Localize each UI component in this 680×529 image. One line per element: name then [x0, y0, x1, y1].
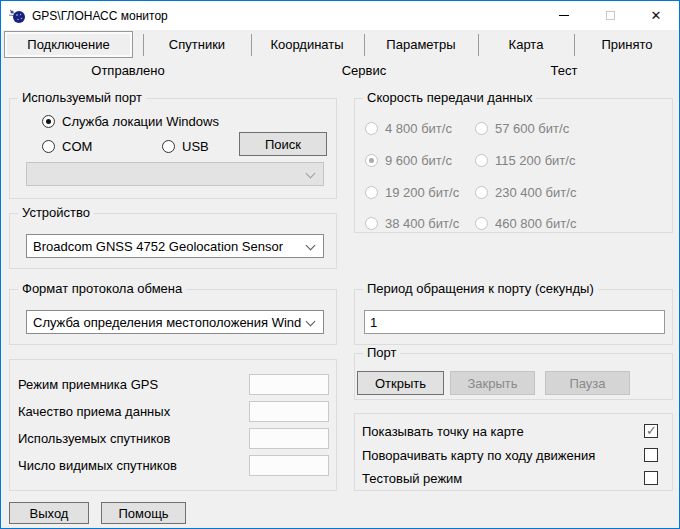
device-group: Устройство Broadcom GNSS 4752 Geolocatio…: [9, 213, 337, 269]
exit-button[interactable]: Выход: [9, 502, 89, 524]
tab-map[interactable]: Карта: [509, 37, 544, 52]
show-point-label: Показывать точку на карте: [362, 424, 644, 439]
poll-period-group-title: Период обращения к порту (секунды): [363, 281, 598, 296]
radio-baud-57600-label: 57 600 бит/с: [495, 121, 569, 136]
radio-icon: [475, 154, 488, 167]
radio-baud-38400: 38 400 бит/с: [365, 216, 459, 231]
radio-usb[interactable]: USB: [162, 139, 209, 154]
poll-period-group: Период обращения к порту (секунды): [354, 289, 673, 345]
satellite-icon: [8, 7, 26, 25]
maximize-button: [587, 1, 633, 29]
radio-icon: [42, 140, 55, 153]
maximize-icon: [606, 11, 615, 20]
device-group-title: Устройство: [18, 205, 94, 220]
radio-baud-230400: 230 400 бит/с: [475, 185, 576, 200]
used-port-group: Используемый порт Служба локации Windows…: [9, 98, 337, 199]
radio-baud-115200: 115 200 бит/с: [475, 153, 575, 168]
radio-baud-19200: 19 200 бит/с: [365, 185, 459, 200]
test-mode-label: Тестовый режим: [362, 471, 644, 486]
tab-connection-label: Подключение: [27, 37, 109, 52]
radio-baud-115200-label: 115 200 бит/с: [495, 153, 575, 168]
test-mode-checkbox[interactable]: [644, 471, 658, 485]
radio-baud-230400-label: 230 400 бит/с: [495, 185, 576, 200]
tab-parameters[interactable]: Параметры: [386, 37, 455, 52]
satellites-used-field: [249, 428, 329, 449]
tab-connection[interactable]: Подключение: [4, 31, 133, 58]
radio-icon: [365, 217, 378, 230]
tab-satellites[interactable]: Спутники: [169, 37, 225, 52]
radio-icon: [475, 186, 488, 199]
data-quality-field: [249, 401, 329, 422]
rotate-map-row: Поворачивать карту по ходу движения: [362, 447, 658, 463]
help-button-label: Помощь: [118, 506, 168, 521]
poll-period-input[interactable]: [364, 310, 665, 334]
tab-test[interactable]: Тест: [551, 63, 578, 78]
port-actions-group: Порт Открыть Закрыть Пауза: [354, 353, 673, 400]
map-options-group: Показывать точку на карте Поворачивать к…: [354, 413, 673, 491]
radio-baud-57600: 57 600 бит/с: [475, 121, 569, 136]
rotate-map-checkbox[interactable]: [644, 448, 658, 462]
gps-mode-field: [249, 374, 329, 395]
protocol-group-title: Формат протокола обмена: [18, 281, 186, 296]
tab-separator: [478, 34, 479, 56]
radio-baud-460800: 460 800 бит/с: [475, 216, 576, 231]
minimize-button[interactable]: [541, 1, 587, 29]
protocol-group: Формат протокола обмена Служба определен…: [9, 289, 337, 345]
baud-rate-group-title: Скорость передачи данных: [363, 90, 536, 105]
radio-com[interactable]: COM: [42, 139, 92, 154]
used-port-group-title: Используемый порт: [18, 90, 146, 105]
satellites-visible-field: [249, 455, 329, 476]
show-point-checkbox[interactable]: [644, 424, 658, 438]
tab-received[interactable]: Принято: [601, 37, 652, 52]
caption-buttons: ✕: [541, 1, 679, 29]
pause-port-button: Пауза: [545, 371, 630, 395]
radio-baud-38400-label: 38 400 бит/с: [385, 216, 459, 231]
chevron-down-icon: [306, 241, 316, 251]
tab-sent[interactable]: Отправлено: [91, 63, 164, 78]
radio-usb-label: USB: [182, 139, 209, 154]
tab-service[interactable]: Сервис: [342, 63, 387, 78]
gps-mode-label: Режим приемника GPS: [18, 377, 158, 392]
radio-icon: [162, 140, 175, 153]
radio-baud-4800-label: 4 800 бит/с: [385, 121, 452, 136]
titlebar: GPS\ГЛОНАСС монитор ✕: [1, 1, 679, 30]
protocol-combobox[interactable]: Служба определения местоположения Window…: [26, 310, 324, 334]
search-button-label: Поиск: [265, 137, 301, 152]
tab-separator: [364, 34, 365, 56]
radio-baud-460800-label: 460 800 бит/с: [495, 216, 576, 231]
baud-rate-group: Скорость передачи данных 4 800 бит/с 9 6…: [354, 98, 673, 233]
radio-windows-location-label: Служба локации Windows: [62, 114, 219, 129]
app-window: GPS\ГЛОНАСС монитор ✕ Подключение Спутни…: [0, 0, 680, 529]
open-port-button-label: Открыть: [375, 376, 426, 391]
open-port-button[interactable]: Открыть: [357, 371, 444, 395]
radio-baud-9600-label: 9 600 бит/с: [385, 153, 452, 168]
close-port-button: Закрыть: [450, 371, 535, 395]
pause-port-button-label: Пауза: [569, 376, 605, 391]
minimize-icon: [559, 15, 569, 16]
satellites-visible-label: Число видимых спутников: [18, 458, 177, 473]
radio-com-label: COM: [62, 139, 92, 154]
exit-button-label: Выход: [30, 506, 69, 521]
device-combobox[interactable]: Broadcom GNSS 4752 Geolocation Sensor: [26, 234, 324, 258]
radio-icon: [42, 115, 55, 128]
protocol-combobox-value: Служба определения местоположения Window…: [33, 315, 301, 330]
chevron-down-icon: [306, 317, 316, 327]
port-actions-group-title: Порт: [363, 345, 400, 360]
radio-icon: [365, 186, 378, 199]
satellites-used-label: Используемых спутников: [18, 431, 170, 446]
gps-status-group: Режим приемника GPS Качество приема данн…: [9, 359, 337, 491]
tab-separator: [143, 34, 144, 56]
tab-separator: [251, 34, 252, 56]
radio-baud-9600: 9 600 бит/с: [365, 153, 452, 168]
chevron-down-icon: [306, 169, 316, 179]
radio-windows-location[interactable]: Служба локации Windows: [42, 114, 219, 129]
close-port-button-label: Закрыть: [467, 376, 517, 391]
radio-icon: [365, 122, 378, 135]
help-button[interactable]: Помощь: [101, 502, 186, 524]
close-button[interactable]: ✕: [633, 1, 679, 29]
close-icon: ✕: [651, 9, 662, 22]
radio-icon: [475, 217, 488, 230]
radio-icon: [475, 122, 488, 135]
search-button[interactable]: Поиск: [239, 132, 327, 156]
tab-coordinates[interactable]: Координаты: [270, 37, 343, 52]
